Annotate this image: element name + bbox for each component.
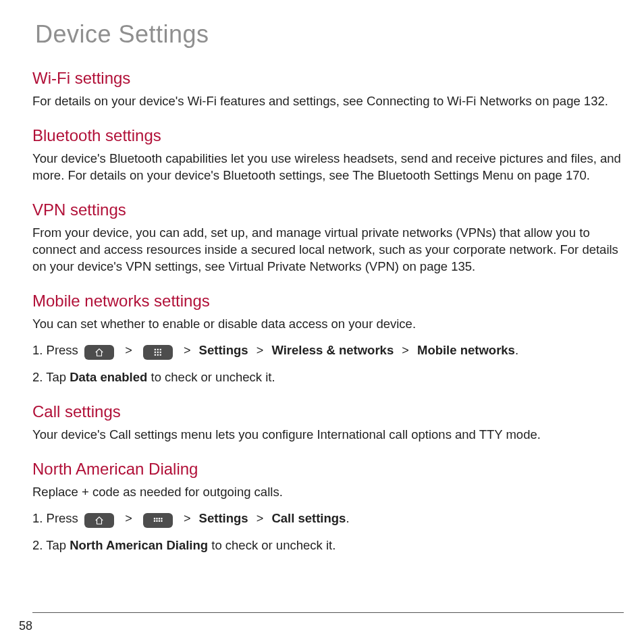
- body-bluetooth: Your device's Bluetooth capabilities let…: [32, 151, 624, 184]
- dialer-key-icon: [143, 513, 173, 528]
- svg-rect-9: [154, 518, 155, 519]
- section-wifi: Wi-Fi settings For details on your devic…: [32, 69, 624, 110]
- period: .: [346, 511, 349, 525]
- section-mobile-networks: Mobile networks settings You can set whe…: [32, 292, 624, 386]
- breadcrumb-wireless-networks: Wireless & networks: [271, 343, 394, 357]
- chevron-separator: >: [184, 344, 191, 357]
- svg-rect-8: [159, 354, 161, 355]
- step-bold-nad: North American Dialing: [70, 538, 208, 552]
- breadcrumb-settings: Settings: [199, 343, 248, 357]
- heading-wifi: Wi-Fi settings: [32, 69, 624, 88]
- heading-mobile-networks: Mobile networks settings: [32, 292, 624, 311]
- heading-vpn: VPN settings: [32, 200, 624, 219]
- page-title: Device Settings: [35, 20, 624, 49]
- step-prefix: 1. Press: [32, 343, 82, 357]
- step-prefix: 1. Press: [32, 511, 82, 525]
- svg-rect-15: [159, 520, 160, 521]
- page-container: Device Settings Wi-Fi settings For detai…: [0, 0, 644, 644]
- svg-rect-1: [157, 349, 158, 350]
- svg-rect-10: [156, 518, 157, 519]
- chevron-separator: >: [257, 512, 264, 525]
- heading-bluetooth: Bluetooth settings: [32, 126, 624, 145]
- section-call-settings: Call settings Your device's Call setting…: [32, 402, 624, 444]
- body-call-settings: Your device's Call settings menu lets yo…: [32, 427, 624, 444]
- step-suffix: to check or uncheck it.: [147, 370, 275, 384]
- breadcrumb-call-settings: Call settings: [271, 511, 346, 525]
- step-prefix: 2. Tap: [32, 538, 70, 552]
- svg-rect-13: [154, 520, 155, 521]
- apps-grid-icon: [143, 345, 173, 360]
- footer-rule: [32, 612, 624, 613]
- step-suffix: to check or uncheck it.: [208, 538, 336, 552]
- chevron-separator: >: [184, 512, 191, 525]
- svg-rect-0: [155, 349, 156, 350]
- step-prefix: 2. Tap: [32, 370, 70, 384]
- svg-rect-4: [157, 351, 158, 352]
- chevron-separator: >: [125, 512, 132, 525]
- heading-call-settings: Call settings: [32, 402, 624, 421]
- section-bluetooth: Bluetooth settings Your device's Bluetoo…: [32, 126, 624, 184]
- svg-rect-14: [156, 520, 157, 521]
- period: .: [515, 343, 518, 357]
- breadcrumb-settings: Settings: [199, 511, 248, 525]
- chevron-separator: >: [257, 344, 264, 357]
- section-north-american-dialing: North American Dialing Replace + code as…: [32, 460, 624, 554]
- body-north-american-dialing: Replace + code as needed for outgoing ca…: [32, 484, 624, 501]
- chevron-separator: >: [402, 344, 409, 357]
- section-vpn: VPN settings From your device, you can a…: [32, 200, 624, 275]
- svg-rect-6: [155, 354, 156, 355]
- body-wifi: For details on your device's Wi-Fi featu…: [32, 93, 624, 110]
- step-nad-1: 1. Press > > Settings > Call settings.: [32, 510, 624, 528]
- heading-north-american-dialing: North American Dialing: [32, 460, 624, 479]
- svg-rect-7: [157, 354, 158, 355]
- svg-rect-12: [161, 518, 162, 519]
- page-number: 58: [19, 619, 32, 633]
- step-mobile-2: 2. Tap Data enabled to check or uncheck …: [32, 369, 624, 386]
- step-mobile-1: 1. Press > > Settings > Wireless & netwo…: [32, 342, 624, 360]
- svg-rect-5: [159, 351, 161, 352]
- step-bold-data-enabled: Data enabled: [70, 370, 147, 384]
- svg-rect-3: [155, 351, 156, 352]
- chevron-separator: >: [125, 344, 132, 357]
- breadcrumb-mobile-networks: Mobile networks: [417, 343, 515, 357]
- home-key-icon: [84, 345, 114, 360]
- svg-rect-11: [159, 518, 160, 519]
- svg-rect-2: [159, 349, 161, 350]
- body-vpn: From your device, you can add, set up, a…: [32, 225, 624, 275]
- svg-rect-16: [161, 520, 162, 521]
- body-mobile-networks: You can set whether to enable or disable…: [32, 316, 624, 333]
- step-nad-2: 2. Tap North American Dialing to check o…: [32, 537, 624, 554]
- home-key-icon: [84, 513, 114, 528]
